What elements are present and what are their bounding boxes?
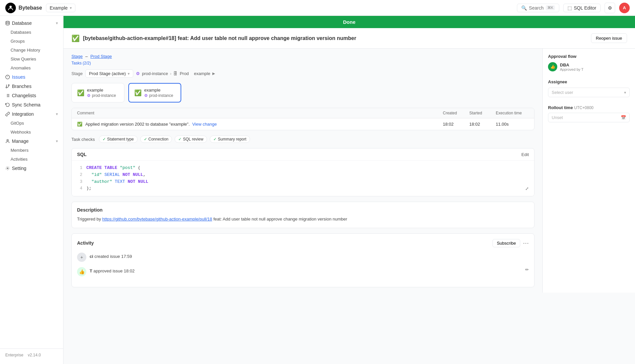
rollout-section: Rollout time UTC+0800 Unset 📅 xyxy=(548,105,630,122)
breadcrumb-db: Prod xyxy=(180,71,189,76)
sidebar-item-anomalies[interactable]: Anomalies xyxy=(0,63,63,72)
description-prefix: Triggered by xyxy=(77,217,102,222)
svg-point-15 xyxy=(7,168,8,169)
svg-point-7 xyxy=(6,87,7,88)
rollout-placeholder: Unset xyxy=(552,115,563,120)
svg-point-1 xyxy=(6,21,10,22)
sql-header: SQL Edit xyxy=(72,148,534,161)
logo-icon xyxy=(5,3,16,13)
line-num-2: 2 xyxy=(77,172,82,179)
activity-text-1: T approved issue 18:02 xyxy=(90,267,135,273)
sidebar-group-manage[interactable]: Manage ▾ xyxy=(0,137,63,146)
sidebar-item-webhooks[interactable]: Webhooks xyxy=(0,128,63,137)
approval-item: 👍 DBA Approved by T xyxy=(548,62,630,71)
col-execution: Execution time xyxy=(496,111,529,115)
sidebar-group-changelists[interactable]: Changelists xyxy=(0,91,63,100)
sidebar-group-database[interactable]: Database ▾ xyxy=(0,19,63,28)
terminal-icon: ▶ xyxy=(212,71,215,76)
select-user-dropdown[interactable]: Select user ▾ xyxy=(548,88,630,97)
sidebar-item-slow-queries[interactable]: Slow Queries xyxy=(0,55,63,63)
activity-more-icon[interactable]: ⋯ xyxy=(523,239,529,247)
project-name: Example xyxy=(50,5,67,11)
activity-user-0: ci xyxy=(90,254,93,259)
sidebar-item-members[interactable]: Members xyxy=(0,146,63,155)
reopen-issue-button[interactable]: Reopen issue xyxy=(591,33,627,43)
description-link[interactable]: https://github.com/bytebase/github-actio… xyxy=(102,217,212,222)
edit-sql-button[interactable]: Edit xyxy=(522,152,529,157)
check-label-0: Statement type xyxy=(107,137,134,142)
issue-body: Stage – Prod Stage Tasks (2/2) Stage Pro… xyxy=(64,49,635,293)
issue-title: ✅ [bytebase/github-action-example#18] fe… xyxy=(71,34,591,42)
changelists-icon: Changelists xyxy=(5,93,36,98)
check-badge-connection[interactable]: ✓ Connection xyxy=(140,136,172,143)
stage-label: Stage xyxy=(71,71,83,76)
sidebar-group-sync-schema[interactable]: Sync Schema xyxy=(0,100,63,109)
search-label: Search xyxy=(529,5,543,11)
sidebar-group-issues-icon: Issues xyxy=(5,74,25,80)
project-selector[interactable]: Example ▾ xyxy=(46,4,75,12)
description-section: Description Triggered by https://github.… xyxy=(71,202,534,228)
comment-text: Applied migration version 2002 to databa… xyxy=(85,122,190,127)
sidebar-item-change-history[interactable]: Change History xyxy=(0,46,63,55)
sidebar-item-gitops[interactable]: GitOps xyxy=(0,119,63,128)
code-line-4: 4 ); xyxy=(77,185,529,192)
rollout-header: Rollout time UTC+0800 xyxy=(548,105,630,110)
task-db-1: ⚙ prod-instance xyxy=(144,93,173,98)
view-change-link[interactable]: View change xyxy=(192,122,217,127)
task-card-0[interactable]: ✅ example ⚙ prod-instance xyxy=(71,83,124,102)
sidebar-item-databases[interactable]: Databases xyxy=(0,28,63,37)
col-created: Created xyxy=(443,111,469,115)
created-time: 18:02 xyxy=(443,122,469,127)
activity-user-1: T xyxy=(90,268,92,273)
user-select-chevron-icon: ▾ xyxy=(624,90,626,95)
stage-selector[interactable]: Prod Stage (active) ▾ xyxy=(85,69,133,78)
expand-code-button[interactable]: ⤢ xyxy=(525,186,529,193)
code-line-1: 1 CREATE TABLE "post" ( xyxy=(77,165,529,172)
approval-avatar: 👍 xyxy=(548,62,557,71)
instance-icon: ⚙ xyxy=(136,71,140,76)
sql-editor-button[interactable]: ⬚ SQL Editor xyxy=(563,4,601,12)
search-button[interactable]: 🔍 Search ⌘K xyxy=(517,4,559,12)
search-icon: 🔍 xyxy=(521,5,527,11)
content: Done ✅ [bytebase/github-action-example#1… xyxy=(64,16,635,364)
task-name-0: example xyxy=(87,88,116,93)
status-banner: Done xyxy=(64,16,635,28)
sidebar-group-integration[interactable]: Integration ▾ xyxy=(0,109,63,119)
integration-chevron-icon: ▾ xyxy=(56,112,58,116)
check-badge-sql-review[interactable]: ✓ SQL review xyxy=(175,136,207,143)
sidebar-item-activities[interactable]: Activities xyxy=(0,155,63,164)
sql-title: SQL xyxy=(77,152,87,157)
logo: Bytebase xyxy=(5,3,42,13)
breadcrumb-space xyxy=(191,71,192,76)
col-comment: Comment xyxy=(77,111,443,115)
stage-link[interactable]: Stage xyxy=(71,54,83,59)
subscribe-button[interactable]: Subscribe xyxy=(492,239,520,247)
sidebar-bottom: Enterprise v2.14.0 xyxy=(0,348,63,361)
sidebar-group-issues[interactable]: Issues xyxy=(0,72,63,82)
comment-table-header: Comment Created Started Execution time xyxy=(72,108,534,118)
sync-schema-icon: Sync Schema xyxy=(5,102,40,107)
check-badge-statement-type[interactable]: ✓ Statement type xyxy=(99,136,138,143)
sidebar-item-setting[interactable]: Setting xyxy=(0,164,63,173)
check-label-2: SQL review xyxy=(183,137,203,142)
settings-button[interactable]: ⚙ xyxy=(605,3,615,13)
prod-stage-link[interactable]: Prod Stage xyxy=(90,54,112,59)
calendar-icon: 📅 xyxy=(621,115,626,120)
approval-approved-by: Approved by T xyxy=(560,67,583,71)
code-line-3: 3 "author" TEXT NOT NULL xyxy=(77,179,529,185)
code-content-2: "id" SERIAL NOT NULL, xyxy=(86,172,146,179)
task-card-1[interactable]: ✅ example ⚙ prod-instance xyxy=(128,83,181,102)
activity-bullet-0: + xyxy=(77,253,86,262)
sidebar-item-groups[interactable]: Groups xyxy=(0,37,63,46)
avatar[interactable]: A xyxy=(619,3,630,13)
check-badge-summary-report[interactable]: ✓ Summary report xyxy=(210,136,250,143)
rollout-time-input[interactable]: Unset 📅 xyxy=(548,113,630,122)
db-icon: 🗄 xyxy=(173,71,178,76)
rollout-label: Rollout time xyxy=(548,105,573,110)
tasks-link[interactable]: Tasks (2/2) xyxy=(71,61,91,65)
topbar-right: 🔍 Search ⌘K ⬚ SQL Editor ⚙ A xyxy=(517,3,630,13)
task-checks-label: Task checks xyxy=(71,137,95,142)
edit-activity-button[interactable]: ✏ xyxy=(525,267,529,272)
col-started: Started xyxy=(469,111,496,115)
sidebar-group-branches[interactable]: Branches xyxy=(0,82,63,91)
